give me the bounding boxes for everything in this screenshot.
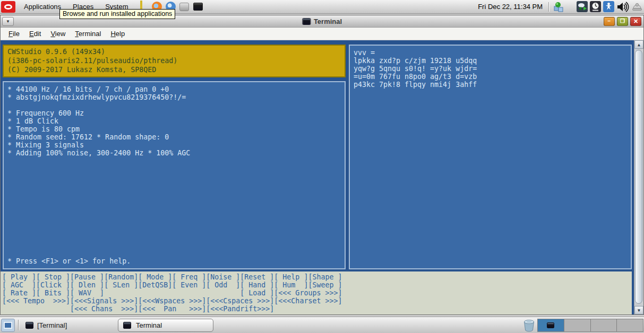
terminal-mini-icon bbox=[123, 322, 131, 329]
window-menu-button[interactable]: ▼ bbox=[2, 17, 14, 26]
tray-separator bbox=[548, 2, 549, 12]
taskbar: [Terminal] Terminal bbox=[0, 317, 644, 333]
menubar-file[interactable]: File bbox=[4, 28, 24, 39]
terminal-title-icon bbox=[302, 18, 311, 25]
software-update-icon[interactable] bbox=[553, 1, 565, 13]
workspace-4[interactable] bbox=[617, 319, 643, 331]
task-item-terminal-active[interactable]: Terminal bbox=[118, 319, 213, 332]
cwstudio-status-panel: * 44100 Hz / 16 bits / 7 ch / pan 0 +0 *… bbox=[3, 81, 346, 269]
file-manager-icon[interactable] bbox=[179, 2, 190, 12]
workspace-1[interactable] bbox=[538, 319, 564, 331]
scrollbar[interactable]: ▲ ▼ bbox=[634, 40, 643, 314]
task-label: [Terminal] bbox=[37, 321, 67, 329]
window-title: Terminal bbox=[314, 17, 342, 25]
system-tray bbox=[547, 1, 644, 13]
terminal-launcher-icon[interactable] bbox=[193, 2, 204, 12]
taskbar-separator bbox=[18, 320, 19, 330]
menubar: File Edit View Terminal Help bbox=[1, 28, 643, 40]
menubar-view[interactable]: View bbox=[46, 28, 70, 39]
network-icon[interactable] bbox=[577, 1, 588, 12]
volume-icon[interactable] bbox=[616, 1, 629, 13]
close-button[interactable]: ✕ bbox=[630, 17, 641, 26]
workspace-3[interactable] bbox=[591, 319, 617, 331]
window-title-group: Terminal bbox=[302, 15, 342, 27]
minimize-button[interactable]: − bbox=[604, 17, 615, 26]
menubar-help[interactable]: Help bbox=[106, 28, 130, 39]
cwstudio-output-panel: vvv = lpkka zxd?p c/zjm 19218 u5dqq yqw?… bbox=[349, 45, 632, 269]
scrollbar-thumb[interactable] bbox=[635, 50, 642, 304]
tooltip: Browse and run installed applications bbox=[59, 9, 175, 19]
show-desktop-icon bbox=[4, 322, 12, 329]
cwstudio-header-box: CWStudio 0.9.6 (149x34) (i386-pc-solaris… bbox=[3, 45, 346, 77]
cwstudio-help-line: * Press <F1> or <1> for help. bbox=[7, 257, 341, 265]
clock-tray-icon[interactable] bbox=[590, 1, 601, 12]
workspace-2[interactable] bbox=[564, 319, 591, 331]
workspace-switcher bbox=[537, 319, 643, 332]
scroll-up-icon[interactable]: ▲ bbox=[634, 40, 643, 49]
task-label: Terminal bbox=[136, 321, 162, 329]
task-item-terminal-minimized[interactable]: [Terminal] bbox=[22, 320, 70, 330]
terminal-window: ▼ Terminal − ❐ ✕ File Edit View Terminal… bbox=[0, 15, 644, 315]
oracle-logo-icon[interactable] bbox=[1, 1, 15, 13]
cwstudio-status-lines: * 44100 Hz / 16 bits / 7 ch / pan 0 +0 *… bbox=[7, 85, 341, 157]
window-controls: − ❐ ✕ bbox=[604, 17, 643, 26]
terminal-content[interactable]: CWStudio 0.9.6 (149x34) (i386-pc-solaris… bbox=[1, 40, 643, 314]
cwstudio-button-menu[interactable]: [ Play ][ Stop ][Pause ][Random][ Mode ]… bbox=[1, 271, 632, 314]
scroll-down-icon[interactable]: ▼ bbox=[634, 306, 643, 314]
menubar-terminal[interactable]: Terminal bbox=[70, 28, 106, 39]
input-method-icon[interactable] bbox=[631, 1, 643, 13]
terminal-mini-icon bbox=[25, 322, 33, 329]
maximize-button[interactable]: ❐ bbox=[617, 17, 628, 26]
accessibility-icon[interactable] bbox=[603, 1, 614, 12]
panel-clock[interactable]: Fri Dec 22, 11:34 PM bbox=[474, 3, 547, 11]
terminal-mini-icon bbox=[547, 322, 554, 328]
show-desktop-button[interactable] bbox=[1, 319, 15, 332]
trash-icon[interactable] bbox=[522, 318, 536, 333]
menubar-edit[interactable]: Edit bbox=[24, 28, 46, 39]
